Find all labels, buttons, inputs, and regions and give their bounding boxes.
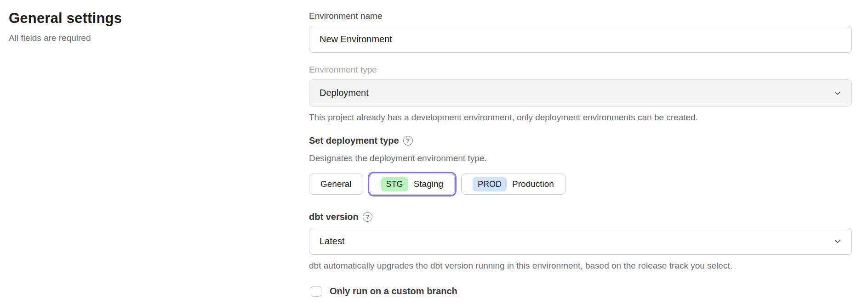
deployment-type-production-button[interactable]: PROD Production [461, 174, 565, 195]
dbt-version-helper: dbt automatically upgrades the dbt versi… [309, 261, 852, 271]
staging-button-label: Staging [414, 179, 443, 189]
custom-branch-field: Only run on a custom branch [311, 286, 852, 297]
deployment-type-general-button[interactable]: General [309, 174, 363, 195]
custom-branch-checkbox[interactable] [311, 286, 321, 297]
deployment-type-heading: Set deployment type ? [309, 135, 852, 146]
environment-settings-page: General settings All fields are required… [0, 0, 868, 303]
environment-type-value: Deployment [320, 88, 369, 98]
environment-form: Environment name Environment type Deploy… [309, 10, 852, 297]
environment-name-input[interactable] [309, 26, 852, 53]
environment-name-label: Environment name [309, 11, 852, 21]
environment-type-label: Environment type [309, 65, 852, 75]
deployment-type-section: Set deployment type ? Designates the dep… [309, 135, 852, 196]
selected-option-ring: STG Staging [368, 172, 457, 196]
general-button-label: General [320, 179, 352, 189]
dbt-version-select[interactable]: Latest [309, 228, 852, 255]
deployment-type-description: Designates the deployment environment ty… [309, 153, 852, 163]
dbt-version-heading-text: dbt version [309, 212, 359, 222]
production-button-label: Production [512, 179, 554, 189]
question-mark-circle-icon[interactable]: ? [403, 136, 413, 146]
page-subtitle: All fields are required [9, 33, 285, 43]
page-title: General settings [9, 10, 285, 27]
environment-type-field: Environment type Deployment This project… [309, 65, 852, 123]
deployment-type-staging-button[interactable]: STG Staging [370, 174, 455, 195]
deployment-type-options: General STG Staging PROD Production [309, 172, 852, 196]
custom-branch-label: Only run on a custom branch [330, 286, 457, 297]
environment-type-helper: This project already has a development e… [309, 112, 852, 123]
production-badge: PROD [473, 177, 507, 191]
question-mark-circle-icon[interactable]: ? [363, 212, 372, 222]
environment-name-field: Environment name [309, 11, 852, 53]
dbt-version-value: Latest [320, 236, 344, 247]
environment-type-select: Deployment [309, 79, 852, 107]
deployment-type-heading-text: Set deployment type [309, 135, 399, 146]
chevron-down-icon [834, 90, 841, 97]
dbt-version-section: dbt version ? Latest dbt automatically u… [309, 212, 852, 271]
settings-header: General settings All fields are required [9, 10, 285, 43]
staging-badge: STG [381, 177, 408, 191]
dbt-version-heading: dbt version ? [309, 212, 852, 222]
chevron-down-icon [834, 238, 841, 245]
